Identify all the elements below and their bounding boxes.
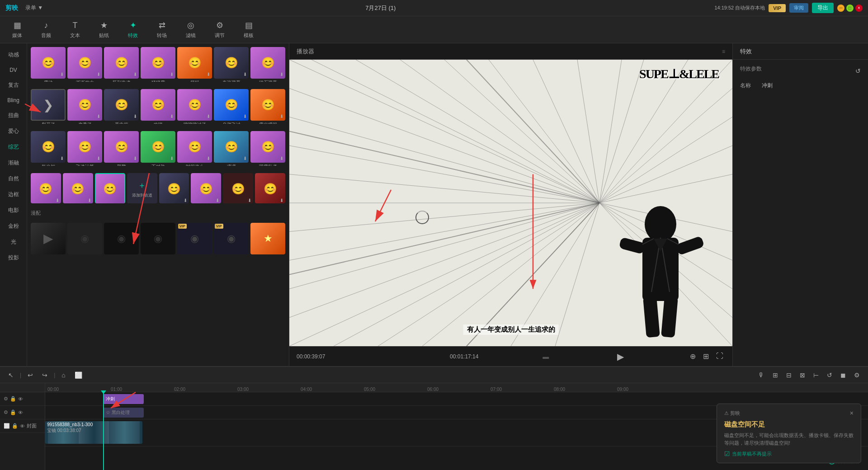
effect-中枪了[interactable]: 😊⬇ 中枪了 <box>223 173 253 203</box>
effect-小剧场[interactable]: 😊⬇ 小剧场 <box>255 173 285 203</box>
cut-button[interactable]: ⌂ <box>59 370 68 381</box>
category-bling[interactable]: Bling <box>2 94 25 107</box>
track-2-visible[interactable]: 👁 <box>18 410 23 415</box>
category-gold[interactable]: 金粉 <box>2 219 25 234</box>
effect-预警[interactable]: 😊⬇ 预警 <box>104 131 139 166</box>
compare-icon[interactable]: ⊞ <box>701 350 711 362</box>
effect-渐渐放大[interactable]: 😊⬇ 渐渐放大 <box>67 47 102 82</box>
toolbar-transition[interactable]: ⇄ 转场 <box>152 19 172 41</box>
category-love[interactable]: 爱心 <box>2 124 25 139</box>
effect-嗖嗖嗖过了[interactable]: 😊⬇ 嗖嗖嗖过了 <box>177 89 212 124</box>
effect-飞速计算[interactable]: 😊⬇ 飞速计算 <box>67 131 102 166</box>
tool-d[interactable]: ⊢ <box>811 370 821 381</box>
effect-频抖[interactable]: 😊⬇ 频抖 <box>177 47 212 82</box>
effect-manpei-6-vip[interactable]: VIP ◉ <box>214 223 249 258</box>
clip-冲刺[interactable]: 冲刺 <box>103 394 144 404</box>
category-retro[interactable]: 复古 <box>2 78 25 93</box>
notif-footer[interactable]: ☑ 当前草稿不再提示 <box>724 450 854 457</box>
tool-c[interactable]: ⊠ <box>797 370 808 381</box>
zoom-in-icon[interactable]: ⊕ <box>688 350 698 362</box>
delete-button[interactable]: ⬜ <box>72 370 85 381</box>
toolbar-filter[interactable]: ◎ 滤镜 <box>181 19 201 41</box>
toolbar-text[interactable]: T 文本 <box>65 19 85 41</box>
effect-震动[interactable]: 😊⬇ 震动 <box>31 47 66 82</box>
track-3-lock[interactable]: 🔒 <box>12 423 18 429</box>
effect-不对劲[interactable]: 😊⬇ 不对劲 <box>141 131 175 166</box>
export-button[interactable]: 导出 <box>812 3 834 13</box>
effect-手电筒[interactable]: 😊⬇ 手电筒 <box>104 89 139 124</box>
effect-裂开了[interactable]: ❯ 裂开了 <box>31 89 66 124</box>
track-1-visible[interactable]: 👁 <box>18 396 23 402</box>
track-3-visible[interactable]: 👁 <box>20 423 25 429</box>
effect-氙光灯[interactable]: 😊⬇ 氙光灯 <box>31 131 66 166</box>
maximize-button[interactable]: □ <box>846 5 854 12</box>
effect-乌鸦飞过[interactable]: 😊⬇ 乌鸦飞过 <box>214 89 249 124</box>
effect-凛凛[interactable]: 😊⬇ 凛凛 <box>214 131 249 166</box>
effect-霞光瞬间[interactable]: 😊⬇ 霞光瞬间 <box>250 89 285 124</box>
effect-manpei-4[interactable]: ◉ <box>141 223 175 258</box>
effect-冲刺2[interactable]: 😊⬇ 冲刺 II <box>63 173 93 203</box>
category-movie[interactable]: 电影 <box>2 203 25 218</box>
effect-猪猪震[interactable]: 😊⬇ 猪猪震 <box>141 47 175 82</box>
tool-b[interactable]: ⊟ <box>783 370 794 381</box>
category-variety[interactable]: 综艺 <box>2 140 25 155</box>
track-2-lock[interactable]: 🔒 <box>10 409 16 415</box>
effect-冲刺3[interactable]: 😊⬇ 冲刺 III <box>159 173 189 203</box>
toolbar-media[interactable]: ▦ 媒体 <box>7 19 27 41</box>
category-distort[interactable]: 扭曲 <box>2 108 25 123</box>
undo-button[interactable]: ↩ <box>25 370 36 381</box>
toolbar-adjust[interactable]: ⚙ 调节 <box>210 19 230 41</box>
track-1-lock[interactable]: 🔒 <box>10 396 16 402</box>
select-tool[interactable]: ↖ <box>5 370 16 381</box>
track-1-settings[interactable]: ⚙ <box>4 396 8 402</box>
menu-item-default[interactable]: 录单 ▼ <box>22 3 47 13</box>
preview-header: 播放器 ≡ <box>289 43 732 60</box>
toolbar-template[interactable]: ▤ 模板 <box>239 19 259 41</box>
effect-我疯了[interactable]: 😊⬇ 我疯了 <box>191 173 221 203</box>
effect-manpei-1[interactable]: ▶ <box>31 223 66 258</box>
effect-明震乱道[interactable]: 😊⬇ 明震乱道 <box>250 131 285 166</box>
video-clip-main[interactable]: 991558388_nb3-1-300 宝镜 00:03:38:07 <box>45 421 142 444</box>
category-dv[interactable]: DV <box>2 63 25 77</box>
category-border[interactable]: 边框 <box>2 187 25 202</box>
toolbar-effects[interactable]: ✦ 特效 <box>123 19 143 41</box>
preview-menu-icon[interactable]: ≡ <box>722 48 725 55</box>
effect-变秃了[interactable]: 😊⬇ 变秃了 <box>67 89 102 124</box>
track-2-settings[interactable]: ⚙ <box>4 409 8 415</box>
category-move[interactable]: 动感 <box>2 47 25 62</box>
effect-画来问号[interactable]: 😊⬇ 画来问号 <box>31 173 61 203</box>
category-gradient[interactable]: 渐融 <box>2 155 25 170</box>
tool-a[interactable]: ⊞ <box>770 370 781 381</box>
effect-manpei-2[interactable]: ◉ <box>67 223 102 258</box>
redo-button[interactable]: ↪ <box>39 370 50 381</box>
vip-button[interactable]: VIP <box>769 4 786 12</box>
effect-时间停止[interactable]: 😊⬇ 时间停止 <box>177 131 212 166</box>
effect-夸张弹幕[interactable]: 😊⬇ 夸张弹幕 <box>214 47 249 82</box>
settings-icon[interactable]: ⚙ <box>851 370 863 381</box>
play-button[interactable]: ▶ <box>613 349 627 364</box>
reset-button[interactable]: ↺ <box>855 67 861 75</box>
toolbar-sticker[interactable]: ★ 贴纸 <box>94 19 114 41</box>
category-light[interactable]: 光 <box>2 235 25 249</box>
minimize-button[interactable]: ─ <box>837 5 844 12</box>
toolbar-audio[interactable]: ♪ 音频 <box>36 19 56 41</box>
effect-冲刺[interactable]: 😊 冲刺 <box>95 173 125 203</box>
fullscreen-icon[interactable]: ⛶ <box>714 350 725 362</box>
effect-添加到轨道[interactable]: ＋ 添加到轨道 <box>127 173 157 203</box>
close-button[interactable]: × <box>855 5 863 12</box>
effect-咋嘀[interactable]: 😊⬇ 咋嘀 <box>141 89 175 124</box>
tool-e[interactable]: ↺ <box>824 370 835 381</box>
tool-f[interactable]: ◼ <box>838 370 849 381</box>
effect-manpei-3[interactable]: ◉ <box>104 223 139 258</box>
notification-close[interactable]: × <box>850 409 854 417</box>
effect-manpei-7[interactable]: ★ <box>250 223 285 258</box>
clip-黑白处理[interactable]: ☆ 黑白处理 <box>103 408 144 418</box>
playhead[interactable] <box>103 392 104 470</box>
effect-磁石弹幕[interactable]: 😊⬇ 磁石弹幕 <box>250 47 285 82</box>
category-projection[interactable]: 投影 <box>2 250 25 265</box>
effect-manpei-5-vip[interactable]: VIP ◉ <box>177 223 212 258</box>
category-natural[interactable]: 自然 <box>2 171 25 186</box>
effect-跃到失魂[interactable]: 😊⬇ 跃到失魂 <box>104 47 139 82</box>
mic-icon[interactable]: 🎙 <box>755 370 767 381</box>
trial-button[interactable]: 审阅 <box>789 3 808 13</box>
